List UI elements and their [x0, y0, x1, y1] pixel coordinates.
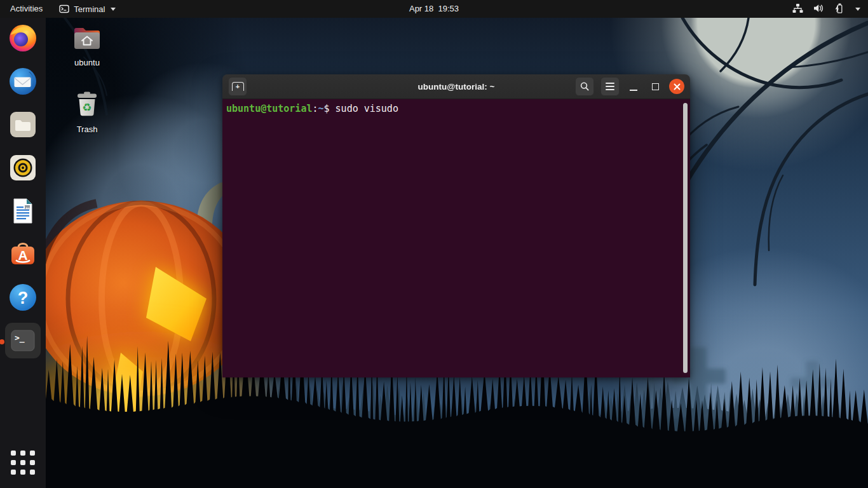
network-icon — [792, 3, 803, 15]
top-bar: Activities Terminal Apr 18 19:53 — [0, 0, 868, 18]
search-icon — [580, 81, 590, 92]
app-grid-icon — [11, 451, 35, 475]
window-title: ubuntu@tutorial: ~ — [418, 82, 495, 92]
dock-item-help[interactable]: ? — [5, 281, 41, 316]
desktop-icon-trash[interactable]: ♻ Trash — [62, 90, 112, 134]
home-folder-icon — [71, 23, 103, 56]
svg-text:A: A — [18, 248, 27, 262]
firefox-icon — [8, 23, 38, 56]
prompt-dollar: $ — [324, 103, 330, 114]
clock[interactable]: Apr 18 19:53 — [409, 0, 459, 18]
maximize-button[interactable] — [648, 77, 663, 96]
svg-text:?: ? — [18, 288, 29, 308]
app-menu-button[interactable]: Terminal — [53, 0, 122, 18]
terminal-titlebar[interactable]: ubuntu@tutorial: ~ — [222, 74, 690, 99]
dock-item-libreoffice-writer[interactable] — [5, 194, 41, 230]
prompt-path: ~ — [318, 103, 324, 114]
system-tray[interactable] — [785, 0, 868, 18]
files-icon — [8, 109, 38, 142]
hamburger-icon — [606, 83, 614, 90]
terminal-prompt-line: ubuntu@tutorial:~$ sudo visudo — [222, 99, 690, 115]
dock-item-files[interactable] — [5, 108, 41, 144]
svg-text:>_: >_ — [15, 333, 25, 343]
terminal-window: ubuntu@tutorial: ~ ubuntu@tutorial:~$ su… — [222, 74, 690, 377]
minimize-button[interactable] — [626, 77, 641, 96]
dock-item-ubuntu-software[interactable]: A — [5, 238, 41, 273]
new-tab-button[interactable] — [228, 77, 247, 96]
close-icon — [674, 83, 681, 90]
volume-icon — [813, 3, 824, 15]
trash-icon: ♻ — [72, 90, 102, 123]
activities-button[interactable]: Activities — [0, 0, 53, 18]
search-button[interactable] — [575, 77, 594, 96]
desktop-icon-home[interactable]: ubuntu — [62, 23, 112, 67]
terminal-scrollbar[interactable] — [683, 103, 688, 373]
thunderbird-icon — [8, 66, 38, 99]
typed-command: sudo visudo — [330, 103, 398, 114]
dock-item-firefox[interactable] — [5, 22, 41, 57]
dock-item-terminal[interactable]: >_ — [5, 324, 41, 360]
show-applications-button[interactable] — [5, 445, 41, 480]
prompt-user-host: ubuntu@tutorial — [226, 103, 312, 114]
terminal-icon: >_ — [4, 322, 41, 362]
terminal-app-icon — [59, 4, 69, 14]
desktop-icon-label: ubuntu — [74, 58, 100, 67]
close-button[interactable] — [669, 79, 684, 94]
chevron-down-icon — [855, 8, 860, 11]
app-menu-label: Terminal — [74, 4, 105, 14]
battery-icon — [834, 3, 844, 15]
running-indicator-dot — [0, 339, 4, 344]
rhythmbox-icon — [8, 152, 38, 186]
new-tab-icon — [232, 82, 244, 91]
dock-item-rhythmbox[interactable] — [5, 151, 41, 187]
help-icon: ? — [8, 282, 38, 315]
ubuntu-software-icon: A — [8, 239, 38, 272]
menu-button[interactable] — [600, 77, 620, 96]
libreoffice-writer-icon — [8, 196, 38, 229]
dock: A ? >_ — [0, 18, 46, 488]
chevron-down-icon — [111, 8, 116, 11]
terminal-body[interactable]: ubuntu@tutorial:~$ sudo visudo — [222, 99, 690, 377]
dock-item-thunderbird[interactable] — [5, 65, 41, 100]
svg-text:♻: ♻ — [82, 101, 92, 114]
prompt-separator: : — [312, 103, 318, 114]
desktop-icon-label: Trash — [77, 125, 98, 134]
